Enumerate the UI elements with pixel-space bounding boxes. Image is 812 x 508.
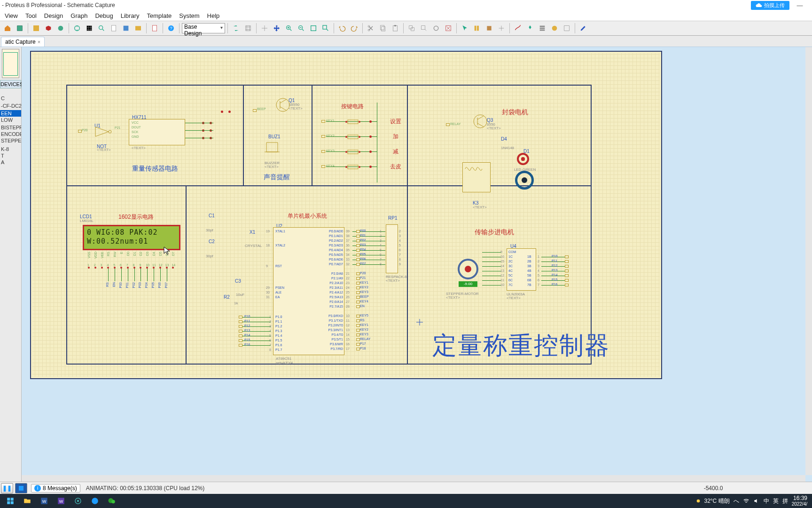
zoom-area-icon[interactable] — [320, 23, 331, 34]
mcu-p3-net: RELAY — [360, 337, 370, 341]
device-item[interactable]: -CF-DC24 — [0, 103, 21, 109]
upload-button[interactable]: 拍摸上传 — [751, 1, 789, 10]
led-d1[interactable] — [517, 153, 529, 165]
weather-widget[interactable]: 32°C 晴朗 — [695, 497, 729, 505]
undo-icon[interactable] — [336, 23, 348, 34]
block-move-icon[interactable] — [418, 23, 429, 34]
menu-view[interactable]: View — [1, 11, 22, 20]
menu-help[interactable]: Help — [203, 11, 224, 20]
device-item[interactable]: ENCODEI — [0, 131, 21, 137]
library-icon[interactable] — [471, 23, 483, 34]
close-tab-icon[interactable]: × — [38, 39, 40, 45]
device-item[interactable]: EEN — [0, 110, 21, 117]
origin-icon[interactable] — [259, 23, 270, 34]
pushbutton-icon[interactable] — [345, 162, 361, 171]
wire-autoroute-icon[interactable] — [512, 23, 523, 34]
home-icon[interactable] — [2, 23, 13, 34]
redraw-icon[interactable] — [71, 23, 83, 34]
menu-design[interactable]: Design — [40, 11, 67, 20]
menu-tool[interactable]: Tool — [22, 11, 40, 20]
transfer-icon[interactable] — [230, 23, 242, 34]
clock[interactable]: 16:39 2022/4/ — [792, 495, 807, 507]
u4-pin-r-name: 3B — [527, 264, 531, 268]
tab-schematic[interactable]: atic Capture × — [1, 37, 45, 47]
minimize-button[interactable]: — — [789, 2, 810, 9]
pick-icon[interactable] — [459, 23, 470, 34]
menu-template[interactable]: Template — [143, 11, 175, 20]
motor-symbol[interactable] — [515, 171, 534, 190]
save-icon[interactable] — [120, 23, 132, 34]
gerber-icon[interactable] — [55, 23, 66, 34]
lcd-pin-num: 3 — [101, 263, 102, 267]
device-item[interactable]: STEPPER — [0, 137, 21, 144]
horizontal-scrollbar[interactable] — [22, 475, 805, 482]
zoom-all-icon[interactable] — [308, 23, 319, 34]
schematic-icon[interactable] — [14, 23, 25, 34]
wifi-icon[interactable] — [743, 498, 750, 504]
snap-grid-icon[interactable] — [242, 23, 254, 34]
design-variant-select[interactable]: Base Design — [182, 23, 225, 33]
sheet-overview[interactable] — [2, 49, 19, 78]
pushbutton-icon[interactable] — [345, 147, 361, 156]
pcb-icon[interactable] — [31, 23, 42, 34]
block-delete-icon[interactable] — [443, 23, 454, 34]
schematic-sheet[interactable]: 重量传感器电路 U1 HX711 NOT <TEXT> VCC DOUT SCK… — [30, 51, 662, 379]
word-icon[interactable]: W — [36, 494, 53, 508]
search-part-icon[interactable] — [524, 23, 536, 34]
3d-icon[interactable] — [43, 23, 54, 34]
messages-indicator[interactable]: i 8 Message(s) — [31, 484, 80, 492]
cut-icon[interactable] — [365, 23, 376, 34]
start-button[interactable] — [2, 494, 19, 508]
tray-chevron-icon[interactable]: へ — [734, 497, 739, 505]
volume-icon[interactable] — [753, 498, 760, 504]
pushbutton-icon[interactable] — [345, 132, 361, 141]
device-item[interactable]: BISTEPPI — [0, 124, 21, 131]
vertical-scrollbar[interactable] — [805, 47, 812, 475]
ime-en[interactable]: 英 — [773, 497, 779, 505]
device-item[interactable]: A — [0, 159, 21, 166]
paste-icon[interactable] — [390, 23, 401, 34]
menu-library[interactable]: Library — [117, 11, 143, 20]
device-item[interactable]: K-8 — [0, 146, 21, 152]
ime-lang[interactable]: 中 — [764, 497, 769, 505]
device-item[interactable]: T — [0, 152, 21, 159]
netlist-icon[interactable] — [561, 23, 572, 34]
design-explorer-icon[interactable] — [133, 23, 144, 34]
block-copy-icon[interactable] — [406, 23, 417, 34]
zoom-in-icon[interactable] — [283, 23, 295, 34]
erc-icon[interactable] — [549, 23, 560, 34]
wechat-icon[interactable] — [103, 494, 120, 508]
bom-icon[interactable] — [149, 23, 160, 34]
respack-rp1[interactable] — [386, 224, 398, 273]
redo-icon[interactable] — [349, 23, 360, 34]
ime-pin[interactable]: 拼 — [782, 497, 788, 505]
device-item[interactable]: C — [0, 95, 21, 102]
package-icon[interactable] — [484, 23, 495, 34]
zoom-icon[interactable] — [96, 23, 107, 34]
menu-graph[interactable]: Graph — [67, 11, 91, 20]
property-icon[interactable] — [537, 23, 548, 34]
menu-debug[interactable]: Debug — [91, 11, 117, 20]
pushbutton-icon[interactable] — [345, 117, 361, 126]
block-rotate-icon[interactable] — [430, 23, 442, 34]
edit-icon[interactable] — [578, 23, 589, 34]
copy-icon[interactable] — [377, 23, 389, 34]
devices-list[interactable]: C-CF-DC24EENLOWBISTEPPIENCODEISTEPPERK-8… — [0, 88, 21, 482]
wps-icon[interactable]: W — [53, 494, 70, 508]
mcu-p1-net: P13 — [244, 329, 250, 332]
schematic-canvas[interactable]: 重量传感器电路 U1 HX711 NOT <TEXT> VCC DOUT SCK… — [22, 47, 812, 482]
menu-system[interactable]: System — [175, 11, 203, 20]
stop-button[interactable] — [15, 483, 27, 493]
decomp-icon[interactable] — [496, 23, 507, 34]
pause-button[interactable]: ❚❚ — [1, 483, 13, 493]
stepper-motor-symbol[interactable] — [458, 259, 478, 279]
explorer-icon[interactable] — [19, 494, 36, 508]
sheet-icon[interactable] — [108, 23, 119, 34]
pan-icon[interactable] — [271, 23, 282, 34]
zoom-out-icon[interactable] — [296, 23, 307, 34]
help-icon[interactable]: ? — [165, 23, 177, 34]
device-item[interactable]: LOW — [0, 117, 21, 123]
proteus-icon[interactable] — [70, 494, 86, 508]
edge-icon[interactable] — [86, 494, 103, 508]
grid-icon[interactable] — [84, 23, 95, 34]
